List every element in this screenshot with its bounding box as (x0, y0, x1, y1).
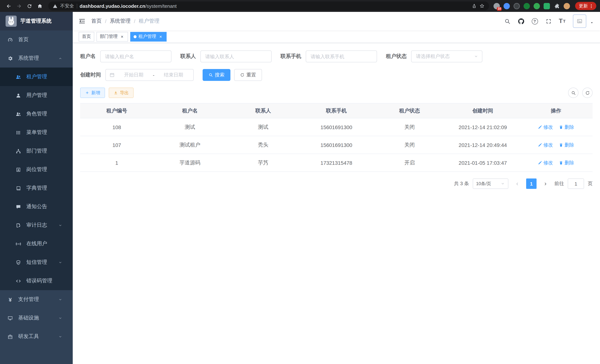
reset-button[interactable]: 重置 (234, 69, 262, 81)
page-number-button[interactable]: 1 (526, 178, 536, 189)
extension-icon[interactable] (514, 3, 520, 9)
extension-icon[interactable] (524, 3, 530, 9)
bookmark-button[interactable] (479, 3, 485, 9)
update-label: 更新 (579, 3, 588, 9)
chevron-up-icon (58, 56, 62, 60)
sidebar-item[interactable]: 基础设施 (0, 309, 73, 327)
delete-link[interactable]: 删除 (559, 159, 574, 166)
add-button[interactable]: 新增 (80, 88, 105, 98)
browser-forward-button[interactable] (14, 1, 24, 11)
gear-icon (7, 56, 13, 61)
sidebar-item[interactable]: 在线用户 (0, 234, 73, 253)
next-page-button[interactable] (540, 178, 551, 189)
share-button[interactable] (472, 3, 477, 9)
active-tag-dot (134, 35, 137, 38)
sidebar-item[interactable]: 部门管理 (0, 142, 73, 160)
date-range-picker[interactable]: 开始日期 - 结束日期 (105, 69, 194, 81)
close-icon[interactable] (120, 34, 125, 39)
extensions-menu-button[interactable] (554, 3, 560, 9)
breadcrumb-item: 租户管理 (139, 18, 159, 25)
contact-input[interactable] (200, 50, 272, 62)
avatar[interactable] (573, 14, 586, 28)
close-icon[interactable] (158, 34, 163, 39)
delete-link[interactable]: 删除 (559, 141, 574, 148)
download-icon (113, 91, 118, 95)
edit-link[interactable]: 修改 (538, 141, 553, 148)
page-size-select[interactable]: 10条/页 (473, 178, 508, 189)
toggle-search-button[interactable] (568, 88, 579, 98)
calendar-icon (110, 72, 115, 78)
search-icon (208, 73, 213, 77)
browser-reload-button[interactable] (25, 1, 34, 11)
github-icon (517, 18, 525, 25)
prev-page-button[interactable] (512, 178, 523, 189)
avatar-dropdown-caret[interactable] (590, 20, 594, 25)
goto-page-input[interactable] (568, 178, 584, 189)
sidebar-item[interactable]: 审计日志 (0, 216, 73, 234)
fullscreen-icon (545, 18, 552, 24)
url-text[interactable]: dashboard.yudao.iocoder.cn/system/tenant (80, 3, 177, 9)
phone-input[interactable] (306, 50, 377, 62)
sidebar-item[interactable]: ¥支付管理 (0, 290, 73, 309)
sidebar-item-label: 基础设施 (18, 315, 39, 321)
create-time-label: 创建时间 (80, 72, 101, 78)
docs-button[interactable] (529, 16, 540, 26)
header-search-button[interactable] (502, 16, 512, 26)
delete-link[interactable]: 删除 (559, 124, 574, 131)
browser-back-button[interactable] (4, 1, 13, 11)
sidebar-item[interactable]: 系统管理 (0, 49, 73, 67)
cell-id: 1 (80, 154, 153, 171)
sidebar-item[interactable]: 通知公告 (0, 197, 73, 216)
export-button[interactable]: 导出 (109, 88, 134, 98)
extension-icon[interactable] (504, 3, 510, 9)
cell-status: 关闭 (373, 118, 446, 136)
sidebar-item[interactable]: 岗位管理 (0, 160, 73, 179)
breadcrumb-item[interactable]: 系统管理 (110, 18, 131, 25)
column-header: 联系手机 (300, 103, 373, 118)
tenant-status-select[interactable]: 请选择租户状态 (411, 50, 482, 62)
sidebar-item[interactable]: 角色管理 (0, 105, 73, 123)
sidebar-toggle-button[interactable] (73, 12, 91, 30)
logo-image (6, 16, 17, 27)
phone-label: 联系手机 (281, 53, 301, 60)
extension-icon[interactable] (544, 3, 550, 9)
security-label[interactable]: 不安全 (60, 3, 74, 9)
font-size-button[interactable] (557, 16, 567, 26)
address-bar[interactable]: 不安全 dashboard.yudao.iocoder.cn/system/te… (48, 1, 489, 10)
extension-icon[interactable]: 10 (494, 3, 500, 9)
search-button[interactable]: 搜索 (203, 69, 230, 81)
extension-icon[interactable] (534, 3, 540, 9)
tag-item[interactable]: 租户管理 (130, 32, 167, 41)
sidebar-item[interactable]: 首页 (0, 30, 73, 49)
sidebar-item-label: 支付管理 (18, 296, 39, 303)
tag-item[interactable]: 首页 (79, 32, 94, 41)
goto-label: 前往 (554, 180, 564, 187)
tag-item[interactable]: 部门管理 (96, 32, 128, 41)
fullscreen-button[interactable] (543, 16, 554, 26)
broken-image-icon (577, 18, 582, 24)
browser-chrome: 不安全 dashboard.yudao.iocoder.cn/system/te… (0, 0, 600, 12)
edit-link[interactable]: 修改 (538, 159, 553, 166)
sidebar-item[interactable]: 字典管理 (0, 179, 73, 197)
cell-actions: 修改删除 (519, 136, 593, 154)
sidebar-item[interactable]: 用户管理 (0, 86, 73, 105)
refresh-table-button[interactable] (582, 88, 593, 98)
table-row: 107测试租户秃头15601691300关闭2021-12-14 20:49:4… (80, 136, 593, 154)
filter-row-1: 租户名 联系人 联系手机 租户状态 请选择租户状态 (80, 50, 593, 62)
sidebar-item[interactable]: 短信管理 (0, 253, 73, 272)
breadcrumb-item[interactable]: 首页 (91, 18, 102, 25)
tenant-name-input[interactable] (100, 50, 171, 62)
edit-link[interactable]: 修改 (538, 124, 553, 131)
browser-update-button[interactable]: 更新 (575, 2, 596, 10)
github-button[interactable] (516, 16, 526, 26)
cell-name: 测试租户 (153, 136, 227, 154)
sidebar-item[interactable]: 研发工具 (0, 327, 73, 346)
browser-profile-avatar[interactable] (564, 3, 570, 9)
trash-icon (559, 160, 563, 165)
sidebar-item[interactable]: 菜单管理 (0, 123, 73, 142)
browser-home-button[interactable] (35, 1, 45, 11)
sidebar-item[interactable]: 租户管理 (0, 67, 73, 86)
sidebar-item[interactable]: 错误码管理 (0, 272, 73, 290)
column-header: 租户名 (153, 103, 227, 118)
logo[interactable]: 芋道管理系统 (0, 12, 73, 30)
